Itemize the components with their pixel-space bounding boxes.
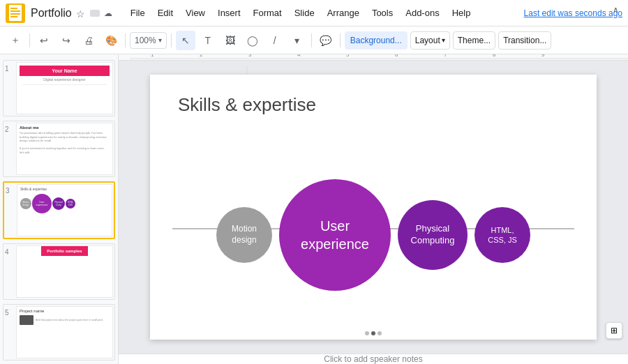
- menu-arrange[interactable]: Arrange: [322, 5, 365, 21]
- svg-text:9: 9: [541, 54, 545, 58]
- circle-html-label: HTML, CSS, JS: [488, 225, 517, 245]
- svg-rect-4: [10, 16, 17, 17]
- menu-addons[interactable]: Add-ons: [400, 5, 444, 21]
- slide-number-2: 2: [5, 123, 13, 133]
- slide-preview-2: About me I'm passionate about telling gr…: [16, 123, 113, 175]
- zoom-control[interactable]: 100% ▾: [130, 32, 167, 49]
- separator-2: [125, 33, 126, 47]
- main-area: 1 Your Name Digital experience designer …: [0, 54, 628, 364]
- background-label: Background...: [350, 36, 402, 45]
- theme-label: Theme...: [458, 36, 491, 45]
- collapse-toolbar-button[interactable]: ∧: [608, 3, 622, 17]
- move-icon[interactable]: [90, 10, 100, 17]
- slide-thumb-2[interactable]: 2 About me I'm passionate about telling …: [3, 121, 115, 177]
- svg-rect-0: [9, 5, 22, 21]
- menu-slide[interactable]: Slide: [289, 5, 320, 21]
- scroll-dot-1: [365, 331, 369, 335]
- slide-number-1: 1: [5, 62, 13, 73]
- slide-preview-5: Project name Brief description text abou…: [16, 306, 113, 358]
- menu-format[interactable]: Format: [248, 5, 287, 21]
- slide-number-4: 4: [5, 245, 13, 256]
- circle-user-experience: User experience: [279, 179, 391, 291]
- circle-pc-label: Physical Computing: [411, 223, 455, 247]
- separator-1: [29, 33, 30, 47]
- expand-button[interactable]: ⊞: [606, 322, 622, 339]
- transition-button[interactable]: Transition...: [498, 31, 551, 50]
- slide-thumb-4[interactable]: 4 Portfolio samples: [3, 243, 115, 300]
- scroll-dot-2: [371, 331, 375, 335]
- redo-button[interactable]: ↪: [57, 31, 76, 50]
- layout-label: Layout: [415, 36, 440, 45]
- line-tool[interactable]: /: [265, 31, 285, 50]
- svg-rect-2: [10, 10, 20, 12]
- print-button[interactable]: 🖨: [79, 31, 98, 50]
- slide-preview-3: Skills & expertise Motiondesign Userexpe…: [17, 184, 112, 236]
- toolbar: ＋ ↩ ↪ 🖨 🎨 100% ▾ ↖ T 🖼 ◯ / ▾ 💬 Backgroun…: [0, 26, 628, 54]
- svg-text:3: 3: [248, 54, 252, 58]
- text-tool[interactable]: T: [198, 31, 218, 50]
- scroll-dot-3: [377, 331, 382, 335]
- speaker-notes[interactable]: Click to add speaker notes: [119, 354, 628, 364]
- undo-button[interactable]: ↩: [34, 31, 54, 50]
- theme-button[interactable]: Theme...: [453, 31, 495, 50]
- zoom-dropdown-icon: ▾: [158, 36, 162, 44]
- more-tools[interactable]: ▾: [287, 31, 307, 50]
- scroll-indicator: [365, 331, 382, 335]
- transition-label: Transition...: [503, 36, 546, 45]
- slide-preview-1: Your Name Digital experience designer: [16, 62, 113, 114]
- svg-text:7: 7: [444, 54, 447, 58]
- circle-motion-design: Motion design: [216, 207, 272, 263]
- slide-canvas-wrapper: 1 2 3 4 5 Skills & expertise Motion desi…: [119, 61, 628, 354]
- slide-panel: 1 Your Name Digital experience designer …: [0, 54, 119, 364]
- cursor-tool[interactable]: ↖: [176, 31, 195, 50]
- add-button[interactable]: ＋: [6, 31, 25, 50]
- app-title[interactable]: Portfolio: [31, 7, 72, 20]
- svg-text:6: 6: [395, 54, 398, 58]
- shape-tool[interactable]: ◯: [243, 31, 262, 50]
- menu-tools[interactable]: Tools: [366, 5, 398, 21]
- app-icon: [6, 3, 25, 23]
- background-button[interactable]: Background...: [345, 31, 408, 50]
- slide-thumb-3[interactable]: 3 Skills & expertise Motiondesign Userex…: [3, 181, 115, 239]
- expand-icon: ⊞: [611, 326, 618, 335]
- slide-title: Skills & expertise: [178, 94, 316, 116]
- separator-4: [311, 33, 312, 47]
- menu-view[interactable]: View: [180, 5, 211, 21]
- menu-edit[interactable]: Edit: [152, 5, 179, 21]
- separator-3: [171, 33, 172, 47]
- slide-canvas[interactable]: Skills & expertise Motion design User ex…: [150, 75, 597, 340]
- layout-button[interactable]: Layout ▾: [410, 31, 450, 50]
- menu-insert[interactable]: Insert: [212, 5, 246, 21]
- title-area: Portfolio ☆ ☁: [31, 7, 114, 20]
- svg-rect-3: [10, 13, 20, 15]
- svg-text:5: 5: [346, 54, 350, 58]
- slide-thumb-1[interactable]: 1 Your Name Digital experience designer: [3, 60, 115, 116]
- last-edit-label[interactable]: Last edit was seconds ago: [524, 8, 622, 18]
- slide-number-3: 3: [6, 184, 14, 195]
- paint-format-button[interactable]: 🎨: [101, 31, 121, 50]
- top-bar: Portfolio ☆ ☁ File Edit View Insert Form…: [0, 0, 628, 26]
- menu-bar: File Edit View Insert Format Slide Arran…: [125, 5, 477, 21]
- separator-5: [340, 33, 341, 47]
- svg-rect-1: [10, 8, 17, 9]
- speaker-notes-placeholder: Click to add speaker notes: [324, 354, 422, 364]
- circles-container: Motion design User experience Physical C…: [150, 144, 597, 326]
- star-icon[interactable]: ☆: [76, 8, 86, 18]
- slide-preview-4: Portfolio samples: [16, 245, 113, 298]
- zoom-label: 100%: [135, 36, 156, 45]
- menu-help[interactable]: Help: [447, 5, 477, 21]
- circle-ux-label: User experience: [301, 217, 369, 253]
- svg-text:1: 1: [151, 54, 154, 58]
- comment-button[interactable]: 💬: [316, 31, 336, 50]
- svg-text:4: 4: [297, 54, 301, 58]
- canvas-area: 1 2 3 4 5 6 7 8 9 1 2 3: [119, 54, 628, 364]
- ruler-marks: 1 2 3 4 5 6 7 8 9: [130, 54, 628, 60]
- ruler-horizontal: 1 2 3 4 5 6 7 8 9: [119, 54, 628, 61]
- image-tool[interactable]: 🖼: [220, 31, 240, 50]
- menu-file[interactable]: File: [125, 5, 151, 21]
- svg-text:2: 2: [200, 54, 203, 58]
- slide-number-5: 5: [5, 306, 13, 317]
- circle-physical-computing: Physical Computing: [398, 200, 468, 270]
- slide-thumb-5[interactable]: 5 Project name Brief description text ab…: [3, 304, 115, 361]
- circle-html-css-js: HTML, CSS, JS: [474, 207, 530, 263]
